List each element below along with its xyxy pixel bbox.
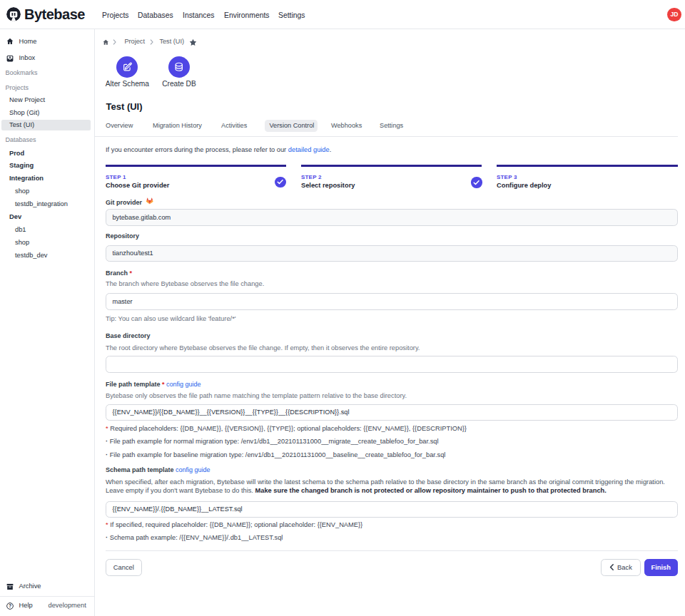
svg-text:?: ? (9, 603, 11, 608)
